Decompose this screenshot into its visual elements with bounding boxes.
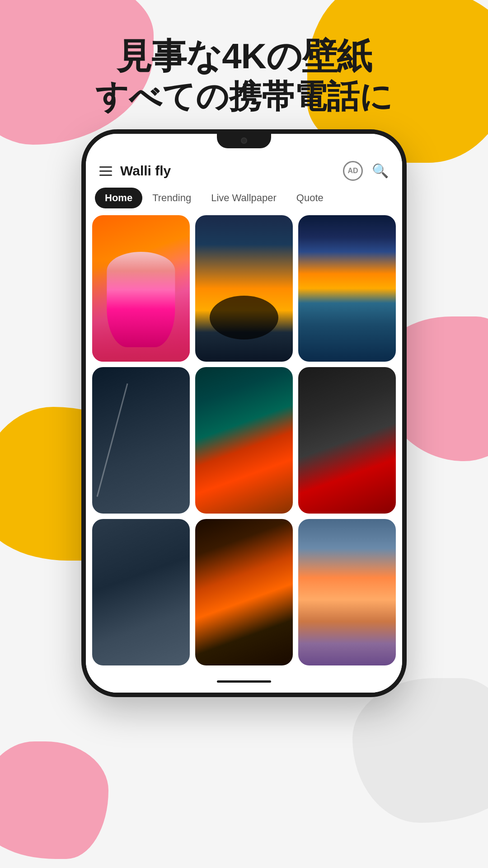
phone-home-bar: [86, 670, 402, 693]
wallpaper-sky[interactable]: [298, 519, 396, 665]
tab-live-wallpaper[interactable]: Live Wallpaper: [201, 188, 286, 208]
hamburger-line-1: [99, 166, 112, 168]
tab-trending[interactable]: Trending: [142, 188, 201, 208]
tab-home[interactable]: Home: [95, 188, 142, 208]
heading-line1: 見事な4Kの壁紙: [95, 36, 393, 77]
wallpaper-grid: [86, 215, 402, 665]
heading-section: 見事な4Kの壁紙 すべての携帯電話に: [68, 36, 420, 116]
tab-navigation: Home Trending Live Wallpaper Quote: [86, 188, 402, 215]
wallpaper-fishing[interactable]: [195, 215, 293, 362]
heading-line2: すべての携帯電話に: [95, 77, 393, 116]
app-content: Walli fly AD 🔍 Home Trending Live Wallpa…: [86, 134, 402, 693]
tab-quote[interactable]: Quote: [286, 188, 333, 208]
app-header: Walli fly AD 🔍: [86, 152, 402, 188]
girl-figure: [107, 252, 175, 347]
main-content: 見事な4Kの壁紙 すべての携帯電話に Wal: [0, 0, 488, 868]
wallpaper-car[interactable]: [298, 367, 396, 514]
header-left: Walli fly: [99, 163, 171, 179]
header-right: AD 🔍: [343, 161, 389, 181]
search-button[interactable]: 🔍: [372, 164, 389, 178]
phone-container: Walli fly AD 🔍 Home Trending Live Wallpa…: [81, 129, 407, 697]
wallpaper-landscape[interactable]: [298, 215, 396, 362]
phone-frame: Walli fly AD 🔍 Home Trending Live Wallpa…: [81, 129, 407, 697]
hamburger-menu-icon[interactable]: [99, 166, 112, 176]
hamburger-line-2: [99, 170, 112, 172]
wallpaper-building[interactable]: [92, 367, 190, 514]
wallpaper-hand[interactable]: [195, 367, 293, 514]
wallpaper-girl[interactable]: [92, 215, 190, 362]
ad-button[interactable]: AD: [343, 161, 363, 181]
app-title: Walli fly: [120, 163, 171, 179]
hamburger-line-3: [99, 175, 112, 176]
wallpaper-food[interactable]: [195, 519, 293, 665]
phone-notch: [217, 134, 271, 148]
home-bar-indicator: [217, 680, 271, 683]
wallpaper-rain[interactable]: [92, 519, 190, 665]
phone-camera: [241, 137, 247, 144]
